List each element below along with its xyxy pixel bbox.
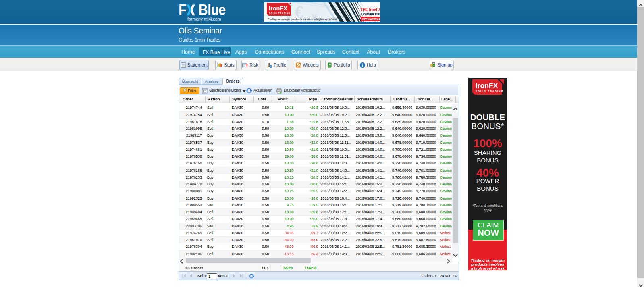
svg-text:A LOWER RISK,: A LOWER RISK, — [360, 12, 380, 16]
svg-text:IronFX: IronFX — [476, 82, 498, 90]
svg-text:SOLID TRADING: SOLID TRADING — [476, 90, 504, 92]
svg-text:Trading on margin products inv: Trading on margin products involves a hi… — [267, 18, 338, 21]
svg-text:SOLID TRADING: SOLID TRADING — [269, 12, 291, 15]
svg-text:THE IronFX: THE IronFX — [360, 8, 380, 12]
svg-text:OPEN ACCOUNT N: OPEN ACCOUNT N — [362, 18, 380, 21]
svg-text:IronFX: IronFX — [269, 5, 287, 12]
